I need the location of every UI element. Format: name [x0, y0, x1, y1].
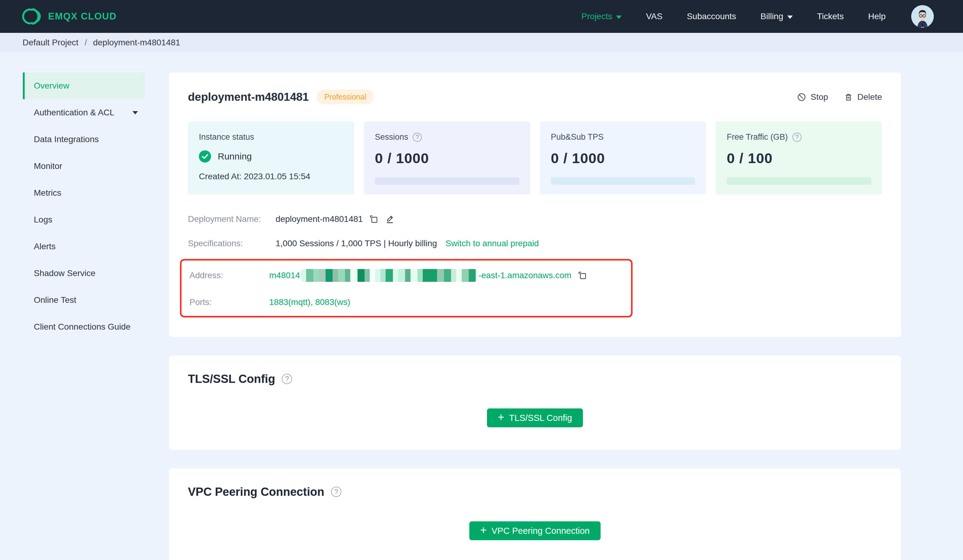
sessions-card: Sessions 0 / 1000 [364, 121, 530, 194]
deployment-name-label: Deployment Name: [188, 214, 276, 224]
traffic-progress [727, 177, 871, 185]
edit-icon[interactable] [385, 214, 394, 224]
emqx-logo-icon [22, 8, 41, 25]
breadcrumb-separator: / [85, 38, 87, 47]
sidebar-item-metrics[interactable]: Metrics [23, 180, 145, 206]
plus-icon: + [480, 525, 487, 536]
tps-progress [551, 177, 695, 185]
traffic-value: 0 / 100 [727, 150, 871, 167]
sessions-value: 0 / 1000 [375, 150, 519, 167]
sidebar-item-monitor[interactable]: Monitor [23, 153, 145, 180]
nav-item-vas[interactable]: VAS [634, 11, 674, 21]
sidebar-item-online-test[interactable]: Online Test [23, 287, 145, 314]
add-tls-ssl-config-button[interactable]: + TLS/SSL Config [487, 408, 583, 427]
copy-icon[interactable] [577, 270, 587, 280]
specifications-label: Specifications: [188, 239, 276, 248]
instance-status-value: Running [218, 151, 252, 162]
pubsub-tps-card: Pub&Sub TPS 0 / 1000 [540, 121, 706, 194]
plan-badge: Professional [317, 89, 374, 104]
copy-icon[interactable] [369, 214, 379, 224]
add-vpc-peering-button[interactable]: + VPC Peering Connection [469, 521, 601, 540]
stop-icon [797, 92, 806, 102]
nav-item-subaccounts[interactable]: Subaccounts [674, 11, 748, 21]
check-circle-icon [199, 151, 211, 162]
sidebar-item-overview[interactable]: Overview [23, 73, 145, 99]
nav-item-projects[interactable]: Projects [569, 11, 634, 21]
address-suffix: -east-1.amazonaws.com [478, 270, 571, 280]
deployment-name-value: deployment-m4801481 [276, 214, 363, 224]
address-redacted-block [301, 269, 478, 282]
stop-button[interactable]: Stop [797, 92, 828, 102]
sidebar-item-data-integrations[interactable]: Data Integrations [23, 126, 145, 153]
nav-item-help[interactable]: Help [856, 11, 898, 21]
sidebar-item-alerts[interactable]: Alerts [23, 233, 145, 260]
sidebar: Overview Authentication & ACL Data Integ… [23, 73, 145, 340]
question-circle-icon[interactable] [331, 487, 341, 497]
question-circle-icon[interactable] [413, 133, 422, 142]
tps-value: 0 / 1000 [551, 150, 695, 167]
sidebar-item-client-connections-guide[interactable]: Client Connections Guide [23, 314, 145, 340]
free-traffic-card: Free Traffic (GB) 0 / 100 [716, 121, 882, 194]
address-row: Address: m48014 -east-1.amazonaws.com [190, 267, 625, 284]
breadcrumb-current: deployment-m4801481 [93, 38, 180, 47]
tls-ssl-title: TLS/SSL Config [188, 372, 275, 386]
vpc-peering-section: VPC Peering Connection + VPC Peering Con… [169, 468, 901, 560]
tls-ssl-section: TLS/SSL Config + TLS/SSL Config [169, 356, 901, 450]
vpc-peering-title: VPC Peering Connection [188, 485, 324, 499]
sidebar-item-shadow-service[interactable]: Shadow Service [23, 260, 145, 287]
nav-item-tickets[interactable]: Tickets [805, 11, 856, 21]
sessions-progress [375, 177, 519, 185]
address-label: Address: [190, 270, 269, 280]
chevron-down-icon [787, 16, 793, 19]
nav-item-billing[interactable]: Billing [748, 11, 805, 21]
breadcrumb: Default Project / deployment-m4801481 [0, 33, 963, 52]
ports-row: Ports: 1883(mqtt), 8083(ws) [190, 293, 625, 311]
annotation-box: Address: m48014 -east-1.amazonaws.com [180, 259, 632, 317]
stats-row: Instance status Running Created At: 2023… [188, 121, 882, 194]
address-prefix: m48014 [269, 270, 300, 280]
emqx-brand[interactable]: EMQX CLOUD [22, 8, 117, 25]
user-avatar[interactable] [911, 5, 934, 28]
trash-icon [844, 92, 853, 102]
chevron-down-icon [133, 111, 138, 115]
chevron-down-icon [616, 16, 622, 19]
question-circle-icon[interactable] [282, 374, 292, 384]
question-circle-icon[interactable] [793, 133, 802, 142]
brand-name: EMQX CLOUD [48, 11, 117, 22]
instance-status-card: Instance status Running Created At: 2023… [188, 121, 354, 194]
switch-annual-prepaid-link[interactable]: Switch to annual prepaid [446, 239, 539, 248]
sidebar-item-authentication-acl[interactable]: Authentication & ACL [23, 99, 145, 126]
deployment-name-row: Deployment Name: deployment-m4801481 [188, 210, 882, 228]
plus-icon: + [498, 412, 504, 423]
specifications-row: Specifications: 1,000 Sessions / 1,000 T… [188, 235, 882, 252]
delete-button[interactable]: Delete [844, 92, 882, 102]
sidebar-item-logs[interactable]: Logs [23, 206, 145, 233]
deployment-title: deployment-m4801481 [188, 91, 309, 104]
ports-label: Ports: [190, 297, 269, 307]
navbar-menu: Projects VAS Subaccounts Billing Tickets… [569, 5, 934, 28]
ports-value: 1883(mqtt), 8083(ws) [269, 297, 350, 307]
deployment-overview-card: deployment-m4801481 Professional Stop [169, 73, 901, 337]
created-at: Created At: 2023.01.05 15:54 [199, 172, 343, 181]
breadcrumb-project[interactable]: Default Project [23, 38, 79, 47]
specifications-value: 1,000 Sessions / 1,000 TPS | Hourly bill… [276, 239, 437, 248]
top-navbar: EMQX CLOUD Projects VAS Subaccounts Bill… [0, 0, 963, 33]
